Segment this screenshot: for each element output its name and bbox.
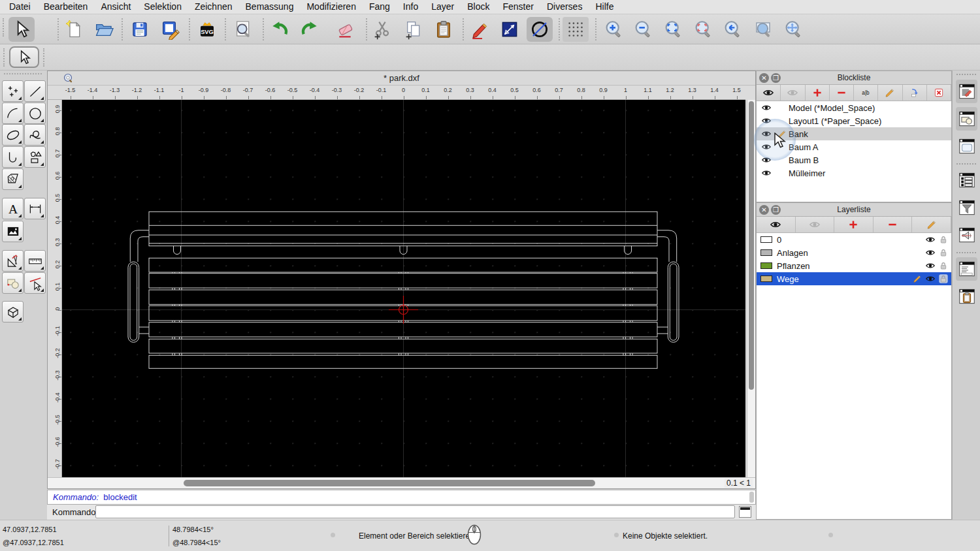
entity-attributes-button[interactable] [527,17,553,42]
menu-diverses[interactable]: Diverses [540,0,589,14]
solid-tool-button[interactable] [2,301,24,323]
polyline-tool-button[interactable] [2,146,24,168]
menu-fenster[interactable]: Fenster [496,0,540,14]
select-pointer-button[interactable] [8,17,35,42]
block-item-m-lleimer[interactable]: Mülleimer [757,166,951,180]
menu-selektion[interactable]: Selektion [137,0,188,14]
polygon-tool-button[interactable] [24,146,46,168]
menu-hilfe[interactable]: Hilfe [589,0,620,14]
dock-clipboard-window-button[interactable] [956,285,977,308]
zoom-auto-button[interactable] [660,17,686,42]
hatch-tool-button[interactable] [2,168,24,190]
zoom-selection-button[interactable] [690,17,716,42]
zoom-pan-button[interactable] [780,17,806,42]
vertical-scrollbar[interactable] [747,100,755,478]
undo-button[interactable] [267,17,293,42]
layer-edit-pencil-icon[interactable] [912,274,923,284]
text-tool-button[interactable]: A [2,198,24,219]
dock-list-window-button[interactable] [956,168,977,192]
menu-layer[interactable]: Layer [425,0,461,14]
visibility-eye-icon[interactable] [761,168,772,178]
show-all-blocks-button[interactable] [757,85,781,101]
add-layer-button[interactable] [834,217,874,232]
line-tool-button[interactable] [24,80,46,102]
zoom-out-button[interactable] [630,17,656,42]
eraser-button[interactable] [333,17,359,42]
save-file-button[interactable] [127,17,153,42]
snap-grid-button[interactable] [563,17,589,42]
zoom-previous-button[interactable] [719,17,745,42]
menu-info[interactable]: Info [397,0,425,14]
cut-button[interactable] [369,17,395,42]
horizontal-scrollbar-thumb[interactable] [184,480,595,486]
block-item-bank[interactable]: Bank [757,127,951,140]
block-item-layout1-paper-space-[interactable]: Layout1 (*Paper_Space) [757,114,951,127]
layer-item-anlagen[interactable]: Anlagen [757,246,951,259]
copy-button[interactable] [400,17,427,42]
dock-command-window-button[interactable] [956,257,977,281]
print-preview-button[interactable] [230,17,256,42]
block-item-model-model-space-[interactable]: Model (*Model_Space) [757,101,951,114]
remove-block-button[interactable] [830,85,854,101]
layer-lock-icon[interactable] [938,234,949,245]
document-titlebar[interactable]: * park.dxf [48,71,755,86]
ruler-tool-button[interactable] [24,250,46,272]
vertical-scrollbar-thumb[interactable] [749,101,754,390]
layer-visibility-eye-icon[interactable] [925,260,936,271]
insert-block-button[interactable] [903,85,927,101]
line-attributes-button[interactable] [497,17,523,42]
layer-visibility-eye-icon[interactable] [925,247,936,258]
visibility-eye-icon[interactable] [761,155,772,165]
select-pointer-button[interactable] [9,46,39,68]
show-all-layers-button[interactable] [757,217,796,232]
visibility-eye-icon[interactable] [761,142,772,152]
layer-item-pflanzen[interactable]: Pflanzen [757,259,951,272]
menu-datei[interactable]: Datei [3,0,37,14]
menu-bemassung[interactable]: Bemassung [239,0,301,14]
menu-block[interactable]: Block [461,0,496,14]
circle-tool-button[interactable] [24,102,46,124]
new-file-button[interactable] [61,17,87,42]
hide-all-layers-button[interactable] [796,217,835,232]
visibility-eye-icon[interactable] [761,129,772,139]
menu-ansicht[interactable]: Ansicht [94,0,137,14]
delete-block-button[interactable] [927,85,951,101]
image-tool-button[interactable] [2,221,24,242]
layer-lock-icon[interactable] [938,247,949,258]
layer-item-0[interactable]: 0 [757,233,951,246]
dimension-tool-button[interactable] [24,198,46,219]
block-tool-button[interactable] [2,272,24,294]
command-input[interactable] [95,505,735,518]
redo-button[interactable] [297,17,323,42]
dock-blank-window-button[interactable] [956,134,977,158]
rename-block-button[interactable]: a|b [854,85,878,101]
dock-speaker-window-button[interactable] [956,223,977,247]
layer-lock-icon[interactable] [938,274,949,284]
edit-layer-button[interactable] [912,217,951,232]
keyboard-icon[interactable] [739,506,751,518]
block-item-baum-a[interactable]: Baum A [757,140,951,153]
menu-zeichnen[interactable]: Zeichnen [188,0,239,14]
spline-tool-button[interactable] [24,124,46,146]
measure-tool-button[interactable] [2,250,24,272]
open-file-button[interactable] [91,17,117,42]
menu-fang[interactable]: Fang [363,0,397,14]
ellipse-tool-button[interactable] [2,124,24,146]
remove-layer-button[interactable] [874,217,913,232]
edit-block-button[interactable] [878,85,902,101]
layer-visibility-eye-icon[interactable] [925,274,936,284]
command-history-scrollbar[interactable] [749,492,754,503]
pen-attributes-button[interactable] [466,17,493,42]
paste-button[interactable] [431,17,457,42]
layer-visibility-eye-icon[interactable] [925,234,936,245]
horizontal-scrollbar[interactable]: 0.1 < 1 [48,477,755,488]
dock-shapes-window-button[interactable] [956,107,977,131]
dock-pen-window-button[interactable] [956,80,977,103]
zoom-in-button[interactable] [600,17,627,42]
menu-bearbeiten[interactable]: Bearbeiten [37,0,95,14]
points-tool-button[interactable] [2,80,24,102]
zoom-window-button[interactable] [750,17,776,42]
visibility-eye-icon[interactable] [761,116,772,126]
block-item-baum-b[interactable]: Baum B [757,153,951,166]
layer-item-wege[interactable]: Wege [757,272,951,285]
